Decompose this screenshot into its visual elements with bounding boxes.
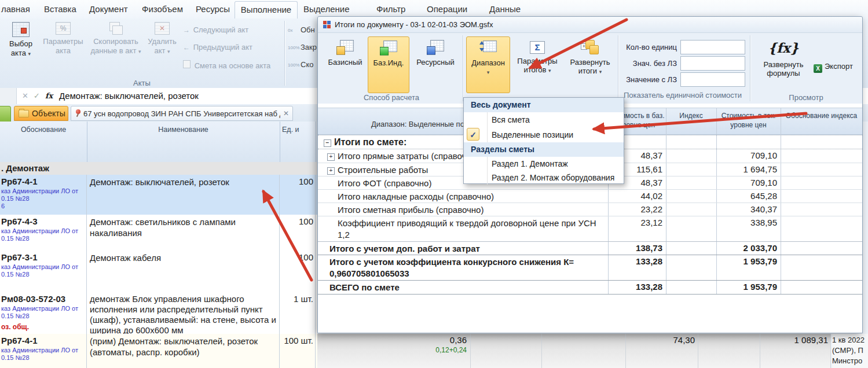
range-dropdown-menu: Весь документ Вся смета ✓ Выделенные поз… <box>463 97 624 184</box>
row-note: 0.15 №28 <box>1 271 30 278</box>
expand-totals-button[interactable]: + Развернуть итоги ▾ <box>565 36 616 93</box>
current-value: 1 694,75 <box>716 164 777 174</box>
fx-braces-icon: {fx} <box>756 40 811 56</box>
totals-row-bold[interactable]: Итого с учетом коэффициента конкурсного … <box>318 255 862 281</box>
row-cost-formula: 0,12+0,24 <box>393 346 467 354</box>
row-note: каз Администрации ЛО от <box>1 227 78 234</box>
with-lz-input[interactable] <box>680 72 745 87</box>
expand-formulas-label: Развернуть формулы <box>756 60 811 78</box>
grid-row-4[interactable]: Рм08-03-572-03 каз Администрации ЛО от 0… <box>0 292 317 334</box>
dialog-title-bar[interactable]: Итоги по документу - 03-1 02-01-03 ЭОМ.g… <box>318 17 862 33</box>
accept-icon[interactable]: ✓ <box>34 88 40 104</box>
clipped-ribbon-item-2[interactable]: 100%Закр <box>288 43 317 51</box>
basis-button[interactable]: Базисный <box>325 36 365 93</box>
row-name: Демонтаж: светильников с лампами накалив… <box>90 216 277 238</box>
totals-row-label: Итого ФОТ (справочно) <box>338 178 431 189</box>
tab-fizobem[interactable]: Физобъем <box>142 0 183 19</box>
expand-icon[interactable]: + <box>327 167 335 175</box>
next-act-label: Следующий акт <box>193 25 249 34</box>
totals-params-button[interactable]: Σ Параметры итогов ▾ <box>512 36 562 93</box>
export-button[interactable]: XЭкспорт <box>814 62 860 73</box>
tab-resursy[interactable]: Ресурсы <box>196 0 230 19</box>
tab-objects[interactable]: Объекты <box>14 106 68 121</box>
totals-params-label: Параметры итогов <box>517 57 557 74</box>
basis-index-icon <box>380 41 397 56</box>
units-input[interactable] <box>680 40 745 54</box>
estimate-from-act-button[interactable]: Смета на основе акта <box>183 60 270 70</box>
row-5-value-strip: 0,36 0,12+0,24 74,30 1 089,31 <box>317 334 831 368</box>
totals-row[interactable]: Итого сметная прибыль (справочно) 23,22 … <box>318 203 862 216</box>
copy-to-act-button[interactable]: Скопировать данные в акт ▾ <box>88 22 144 56</box>
calendar-icon <box>12 22 30 37</box>
delete-act-label: Удалить акт <box>148 37 177 55</box>
totals-row-bold[interactable]: Итого с учетом доп. работ и затрат 138,7… <box>318 242 862 255</box>
totals-row-label: ВСЕГО по смете <box>329 282 400 293</box>
resource-button[interactable]: Ресурсный <box>412 36 459 93</box>
chevron-down-icon: ▾ <box>599 69 602 75</box>
clipped-ribbon-item-1[interactable]: 0xОбн <box>288 25 315 34</box>
row-qty: 100 <box>280 176 313 186</box>
formula-value[interactable]: Демонтаж: выключателей, розеток <box>59 88 199 104</box>
menu-item-section-2[interactable]: Раздел 2. Монтаж оборудования <box>464 171 624 185</box>
menu-item-whole-estimate[interactable]: Вся смета <box>464 112 624 127</box>
chevron-down-icon: ▾ <box>167 49 170 54</box>
row-name: демонтаж Блок управления шкафного исполн… <box>90 294 277 336</box>
fx-icon[interactable]: fx <box>45 88 53 104</box>
expand-icon[interactable]: + <box>327 153 335 161</box>
row-index: 74,30 <box>630 335 695 345</box>
chevron-down-icon: ▾ <box>548 68 551 73</box>
tab-vstavka[interactable]: Вставка <box>44 0 76 19</box>
app-window: лавная Вставка Документ Физобъем Ресурсы… <box>0 0 868 368</box>
sheet-icon <box>183 60 191 68</box>
grid-row-3[interactable]: Рр67-3-1 каз Администрации ЛО от 0.15 №2… <box>0 251 317 293</box>
tab-glavnaya[interactable]: лавная <box>1 0 30 19</box>
section-label: . Демонтаж <box>1 163 49 173</box>
next-act-button[interactable]: → Следующий акт <box>183 25 248 34</box>
cascade-icon: + <box>581 40 599 55</box>
delete-act-button[interactable]: ✕ Удалить акт ▾ <box>145 22 180 56</box>
tab-vypolnenie-active[interactable]: Выполнение <box>235 1 298 19</box>
range-button[interactable]: Диапазон ▾ <box>466 36 510 93</box>
grid-row-1[interactable]: Рр67-4-1 каз Администрации ЛО от 0.15 №2… <box>0 175 317 215</box>
grid-row-2[interactable]: Рр67-4-3 каз Администрации ЛО от 0.15 №2… <box>0 215 317 251</box>
menu-item-label: Выделенные позиции <box>492 130 573 139</box>
close-tab-icon[interactable]: ✕ <box>283 109 289 117</box>
grid-row-5[interactable]: Рр67-4-1 каз Администрации ЛО от 0.15 №2… <box>0 334 317 368</box>
basis-index-button[interactable]: Баз.Инд. <box>368 36 409 93</box>
section-row-demontazh[interactable]: . Демонтаж <box>0 162 317 175</box>
clipped-ribbon-item-3[interactable]: 100%Ско <box>288 60 313 69</box>
no-lz-label: Знач. без ЛЗ <box>619 56 677 71</box>
pin-icon <box>75 109 80 117</box>
totals-row-label: Коэффициент приводящий к твердой договор… <box>338 218 601 241</box>
totals-row-total[interactable]: ВСЕГО по смете 133,28 1 953,79 <box>318 281 862 295</box>
act-params-button[interactable]: % Параметры акта <box>41 22 86 56</box>
group-separator <box>284 21 285 86</box>
grid-header: Обоснование Наименование Ед. и <box>0 122 317 163</box>
row-note: 0.15 №28 <box>1 195 30 202</box>
col-ed-izm: Ед. и <box>282 126 317 134</box>
tab-dokument[interactable]: Документ <box>89 0 128 19</box>
totals-row-label: Итого с учетом коэффициента конкурсного … <box>329 256 602 279</box>
col-current-header: Стоимость в тек. уровне цен <box>716 111 781 130</box>
partial-green-tab[interactable] <box>0 106 11 123</box>
row-qty: 1 шт. <box>280 294 313 304</box>
row-note: 0.15 №28 <box>1 312 30 319</box>
tab-document[interactable]: 67 усн водопровод ЗИН РАН СПБ Университе… <box>71 106 293 121</box>
totals-row-label: Итого накладные расходы (справочно) <box>338 191 494 203</box>
col-basis-header: Обоснование индекса <box>781 111 862 120</box>
export-label: Экспорт <box>825 62 853 71</box>
collapse-icon[interactable]: − <box>324 139 331 147</box>
excel-icon: X <box>814 64 822 73</box>
clipped-label-1: Обн <box>301 25 315 34</box>
choose-act-button[interactable]: Выбор акта ▾ <box>3 22 38 58</box>
expand-formulas-button[interactable]: Развернуть формулы <box>756 57 811 80</box>
cancel-icon[interactable]: ✕ <box>22 88 28 104</box>
totals-row[interactable]: Коэффициент приводящий к твердой договор… <box>318 216 862 242</box>
totals-row[interactable]: Итого накладные расходы (справочно) 44,0… <box>318 190 862 203</box>
menu-item-section-1[interactable]: Раздел 1. Демонтаж <box>464 157 624 171</box>
no-lz-input[interactable] <box>680 56 745 71</box>
totals-row-label: Строительные работы <box>338 165 428 175</box>
prev-act-button[interactable]: ← Предыдущий акт <box>183 43 252 51</box>
menu-item-selected-positions[interactable]: ✓ Выделенные позиции <box>464 127 624 142</box>
row-note: 0.15 №28 <box>1 235 30 242</box>
